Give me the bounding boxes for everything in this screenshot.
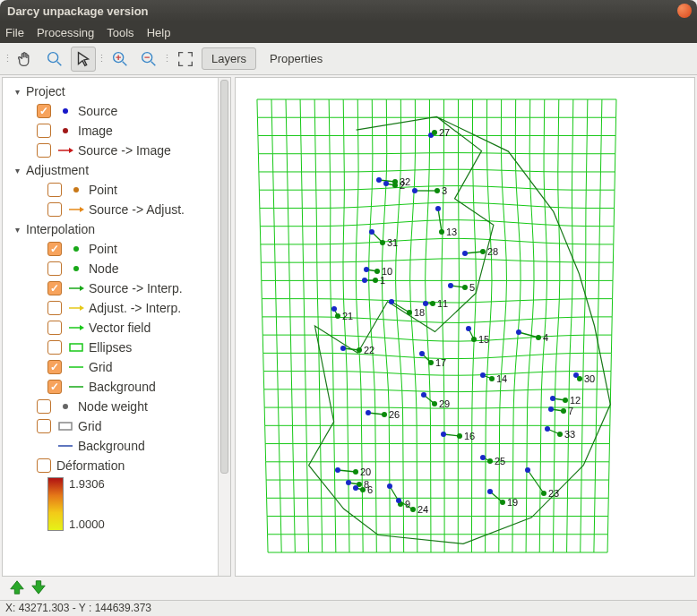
svg-point-119 — [366, 410, 371, 415]
point-icon — [56, 402, 74, 411]
checkbox-icon[interactable] — [47, 360, 62, 374]
svg-point-115 — [548, 406, 554, 412]
checkbox-icon[interactable] — [37, 419, 51, 433]
checkbox-icon[interactable] — [37, 124, 51, 138]
svg-text:25: 25 — [495, 456, 505, 466]
zoom-in-button[interactable] — [108, 47, 133, 72]
tree-node-source-adjust[interactable]: Source -> Adjust. — [3, 200, 230, 219]
svg-marker-12 — [69, 148, 73, 153]
tree-node-int-grid[interactable]: Grid — [3, 357, 230, 377]
tree-node-grid[interactable]: Grid — [3, 416, 230, 436]
svg-point-27 — [63, 404, 68, 409]
svg-text:12: 12 — [570, 395, 581, 406]
close-icon[interactable] — [677, 4, 692, 18]
move-up-button[interactable] — [9, 579, 25, 599]
svg-point-151 — [387, 483, 392, 489]
svg-point-75 — [423, 301, 428, 306]
tree-node-project[interactable]: ▾Project — [3, 81, 230, 101]
checkbox-icon[interactable] — [47, 242, 62, 256]
checkbox-icon[interactable] — [47, 380, 62, 394]
tree-node-int-background[interactable]: Background — [3, 377, 230, 397]
svg-point-39 — [383, 181, 389, 186]
arrow-icon — [67, 284, 85, 293]
svg-point-13 — [73, 187, 79, 192]
move-down-button[interactable] — [30, 579, 47, 599]
menu-file[interactable]: File — [5, 26, 24, 39]
window-title: Darcy unpackage version — [7, 4, 149, 18]
svg-line-86 — [519, 332, 538, 338]
tree-node-interpolation[interactable]: ▾Interpolation — [3, 219, 230, 239]
svg-point-96 — [428, 360, 434, 365]
coord-readout: X: 43271.303 - Y : 144639.373 — [5, 602, 151, 614]
arrow-icon — [67, 323, 85, 332]
svg-text:2: 2 — [400, 180, 405, 191]
svg-point-47 — [435, 206, 441, 211]
svg-text:20: 20 — [360, 466, 371, 477]
svg-line-7 — [151, 61, 156, 65]
tree-node-node-weight[interactable]: Node weight — [3, 397, 230, 416]
menu-processing[interactable]: Processing — [37, 26, 94, 39]
checkbox-icon[interactable] — [47, 340, 62, 355]
tree-node-source-interp[interactable]: Source -> Interp. — [3, 278, 230, 298]
pointer-tool-button[interactable] — [71, 47, 96, 72]
svg-point-0 — [48, 52, 58, 62]
tree-node-adjust-interp[interactable]: Adjust. -> Interp. — [3, 298, 230, 318]
checkbox-icon[interactable] — [47, 261, 62, 276]
arrow-icon — [67, 205, 85, 214]
tree-node-int-point[interactable]: Point — [3, 239, 230, 259]
status-bar: X: 43271.303 - Y : 144639.373 — [0, 600, 697, 616]
menu-tools[interactable]: Tools — [107, 26, 133, 39]
tab-layers[interactable]: Layers — [202, 47, 256, 70]
checkbox-icon[interactable] — [47, 183, 62, 197]
tree-node-image[interactable]: Image — [3, 121, 230, 141]
svg-point-100 — [489, 376, 495, 381]
checkbox-icon[interactable] — [37, 399, 51, 414]
map-svg: 2732231331281015181121154221714302912726… — [236, 78, 695, 577]
checkbox-icon[interactable] — [47, 321, 62, 335]
zoom-extent-button[interactable] — [173, 47, 198, 72]
svg-point-76 — [430, 301, 435, 306]
tree-node-int-node[interactable]: Node — [3, 259, 230, 278]
svg-point-91 — [340, 346, 346, 351]
svg-marker-23 — [80, 325, 84, 330]
map-canvas[interactable]: 2732231331281015181121154221714302912726… — [235, 77, 695, 577]
tree-node-source-image[interactable]: Source -> Image — [3, 141, 230, 160]
svg-text:15: 15 — [478, 334, 489, 345]
checkbox-icon[interactable] — [37, 458, 51, 473]
tree-node-ellipses[interactable]: Ellipses — [3, 338, 230, 357]
svg-point-95 — [419, 351, 425, 356]
svg-line-134 — [338, 470, 356, 472]
tree-node-deformation[interactable]: Déformation — [3, 456, 230, 475]
zoom-out-button[interactable] — [136, 47, 161, 72]
svg-point-68 — [462, 285, 468, 290]
svg-text:29: 29 — [439, 398, 450, 409]
svg-point-43 — [412, 188, 417, 193]
zoom-tool-button[interactable] — [42, 47, 67, 72]
svg-point-156 — [500, 500, 505, 505]
svg-text:30: 30 — [584, 373, 595, 384]
tree-node-adjustment[interactable]: ▾Adjustment — [3, 160, 230, 180]
svg-point-112 — [563, 398, 568, 403]
tree-node-adj-point[interactable]: Point — [3, 180, 230, 200]
svg-point-17 — [73, 266, 79, 271]
svg-point-9 — [63, 108, 68, 114]
svg-point-87 — [516, 329, 521, 335]
svg-point-99 — [480, 372, 486, 378]
svg-point-51 — [369, 229, 374, 235]
svg-point-44 — [435, 188, 440, 193]
menu-help[interactable]: Help — [147, 26, 171, 39]
checkbox-icon[interactable] — [37, 143, 51, 158]
checkbox-icon[interactable] — [47, 202, 62, 217]
svg-line-138 — [528, 470, 544, 493]
svg-point-40 — [392, 183, 398, 188]
svg-text:4: 4 — [543, 332, 548, 343]
pan-tool-button[interactable] — [13, 47, 39, 72]
tree-node-source[interactable]: Source — [3, 101, 230, 121]
tree-node-background[interactable]: Background — [3, 436, 230, 456]
tree-node-vector-field[interactable]: Vector field — [3, 318, 230, 338]
checkbox-icon[interactable] — [47, 281, 62, 295]
checkbox-icon[interactable] — [47, 301, 62, 315]
checkbox-icon[interactable] — [37, 104, 51, 118]
tab-properties[interactable]: Properties — [260, 47, 332, 70]
scrollbar[interactable] — [218, 78, 230, 576]
